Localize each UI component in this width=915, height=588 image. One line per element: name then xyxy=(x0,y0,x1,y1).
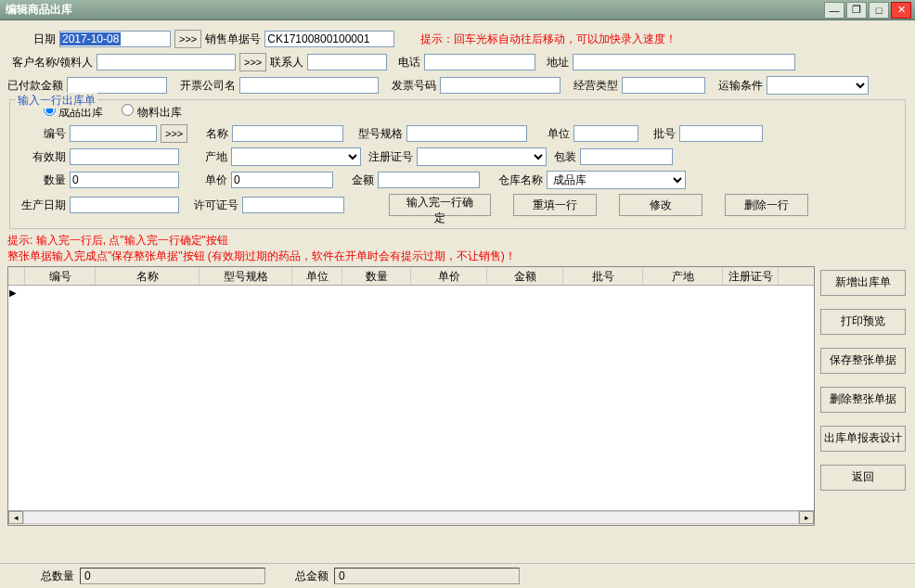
side-button-5[interactable]: 返回 xyxy=(820,465,906,491)
total-amt-label: 总金额 xyxy=(295,569,329,584)
paid-label: 已付款金额 xyxy=(7,78,63,94)
permit-label: 许可证号 xyxy=(194,198,238,213)
grid-col-0[interactable] xyxy=(8,267,25,285)
phone-field[interactable] xyxy=(424,54,535,70)
paid-field[interactable] xyxy=(67,77,167,94)
hint-line2: 整张单据输入完成点"保存整张单据"按钮 (有效期过期的药品，软件在开单时会有提示… xyxy=(7,249,908,264)
delete-line-button[interactable]: 删除一行 xyxy=(725,194,808,216)
warehouse-label: 仓库名称 xyxy=(498,173,543,188)
unit-label: 单位 xyxy=(548,126,570,142)
grid-col-4[interactable]: 单位 xyxy=(292,267,342,285)
grid-col-6[interactable]: 单价 xyxy=(411,267,487,285)
side-button-2[interactable]: 保存整张单据 xyxy=(820,348,906,374)
date-label: 日期 xyxy=(33,32,56,47)
side-button-4[interactable]: 出库单报表设计 xyxy=(820,426,906,452)
biztype-label: 经营类型 xyxy=(573,78,618,94)
origin-label: 产地 xyxy=(205,149,227,165)
shipping-label: 运输条件 xyxy=(718,78,763,94)
address-label: 地址 xyxy=(547,55,569,70)
regno-label: 注册证号 xyxy=(368,149,413,165)
qty-label: 数量 xyxy=(44,173,66,188)
scroll-right-button[interactable]: ▸ xyxy=(799,511,814,524)
customer-lookup-button[interactable]: >>> xyxy=(239,53,266,71)
expiry-label: 有效期 xyxy=(32,149,66,165)
mfg-field[interactable] xyxy=(70,197,179,213)
window-controls: — ❐ □ ✕ xyxy=(824,2,911,19)
refill-line-button[interactable]: 重填一行 xyxy=(513,194,597,216)
grid[interactable]: 编号名称型号规格单位数量单价金额批号产地注册证号 ▶ ◂ ▸ xyxy=(7,266,815,526)
pack-label: 包装 xyxy=(554,149,576,165)
modify-button[interactable]: 修改 xyxy=(619,194,702,216)
side-button-0[interactable]: 新增出库单 xyxy=(820,270,906,296)
invoice-company-field[interactable] xyxy=(239,77,379,94)
qty-field[interactable] xyxy=(70,172,179,188)
total-qty-value: 0 xyxy=(80,568,265,584)
grid-col-2[interactable]: 名称 xyxy=(96,267,200,285)
contact-label: 联系人 xyxy=(270,55,303,70)
address-field[interactable] xyxy=(573,54,795,70)
biztype-field[interactable] xyxy=(622,77,705,94)
grid-col-10[interactable]: 注册证号 xyxy=(723,267,779,285)
minimize-button[interactable]: — xyxy=(824,2,844,19)
customer-label: 客户名称/领料人 xyxy=(7,55,93,70)
customer-field[interactable] xyxy=(97,54,236,70)
grid-col-9[interactable]: 产地 xyxy=(643,267,723,285)
order-label: 销售单据号 xyxy=(205,32,261,47)
side-button-3[interactable]: 删除整张单据 xyxy=(820,387,906,413)
row-indicator-icon: ▶ xyxy=(9,288,17,298)
entry-hint: 提示：回车光标自动往后移动，可以加快录入速度！ xyxy=(420,32,677,47)
batch-label: 批号 xyxy=(653,126,676,142)
mfg-label: 生产日期 xyxy=(21,198,66,213)
grid-col-5[interactable]: 数量 xyxy=(342,267,411,285)
side-button-1[interactable]: 打印预览 xyxy=(820,309,906,335)
origin-select[interactable] xyxy=(231,147,361,166)
title-bar: 编辑商品出库 — ❐ □ ✕ xyxy=(0,0,915,20)
date-field[interactable]: 2017-10-08 xyxy=(60,32,121,45)
close-button[interactable]: ✕ xyxy=(891,2,911,19)
spec-field[interactable] xyxy=(406,125,527,142)
grid-col-7[interactable]: 金额 xyxy=(487,267,563,285)
expiry-field[interactable] xyxy=(70,148,179,165)
total-amt-value: 0 xyxy=(334,568,520,584)
horizontal-scrollbar[interactable]: ◂ ▸ xyxy=(8,510,814,525)
date-next-button[interactable]: >>> xyxy=(174,30,201,48)
grid-col-8[interactable]: 批号 xyxy=(563,267,643,285)
amount-label: 金额 xyxy=(352,173,374,188)
total-qty-label: 总数量 xyxy=(41,569,74,584)
warehouse-select[interactable]: 成品库 xyxy=(547,171,686,189)
order-number-field[interactable] xyxy=(264,31,394,47)
invoice-no-field[interactable] xyxy=(440,77,561,94)
window-title: 编辑商品出库 xyxy=(4,2,72,18)
batch-field[interactable] xyxy=(679,125,763,142)
hint-line1: 提示: 输入完一行后, 点"输入完一行确定"按钮 xyxy=(7,233,908,249)
scroll-left-button[interactable]: ◂ xyxy=(8,511,23,524)
shipping-select[interactable] xyxy=(767,76,869,95)
code-field[interactable] xyxy=(70,125,157,142)
code-lookup-button[interactable]: >>> xyxy=(161,124,187,143)
name-field[interactable] xyxy=(232,125,343,142)
phone-label: 电话 xyxy=(398,55,420,70)
grid-col-3[interactable]: 型号规格 xyxy=(200,267,292,285)
amount-field[interactable] xyxy=(378,172,480,188)
permit-field[interactable] xyxy=(242,197,344,213)
pack-field[interactable] xyxy=(580,148,673,165)
name-label: 名称 xyxy=(206,126,228,142)
unit-field[interactable] xyxy=(573,125,638,142)
price-label: 单价 xyxy=(205,173,227,188)
invoice-company-label: 开票公司名 xyxy=(180,78,236,94)
grid-col-1[interactable]: 编号 xyxy=(25,267,96,285)
invoice-no-label: 发票号码 xyxy=(392,78,436,94)
restore-button[interactable]: ❐ xyxy=(846,2,867,19)
code-label: 编号 xyxy=(44,126,66,142)
radio-material[interactable]: 物料出库 xyxy=(122,104,181,121)
maximize-button[interactable]: □ xyxy=(869,2,889,19)
contact-field[interactable] xyxy=(307,54,387,70)
spec-label: 型号规格 xyxy=(358,126,403,142)
line-entry-group: 输入一行出库单 成品出库 物料出库 编号 >>> 名称 型号规格 单位 批号 有… xyxy=(9,99,906,229)
price-field[interactable] xyxy=(231,172,333,188)
regno-select[interactable] xyxy=(417,147,547,166)
confirm-line-button[interactable]: 输入完一行确定 xyxy=(389,194,491,216)
line-entry-legend: 输入一行出库单 xyxy=(16,93,97,109)
